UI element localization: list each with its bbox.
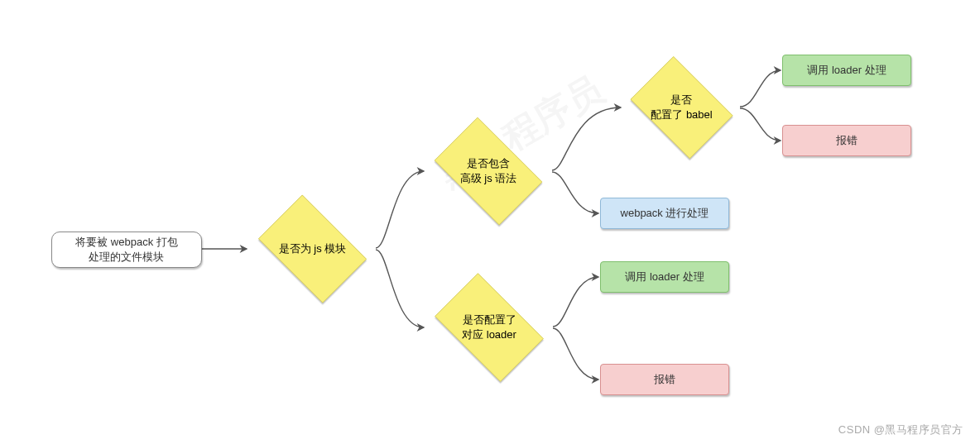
result-loader-top-label: 调用 loader 处理	[807, 63, 886, 78]
decision-js-module: 是否为 js 模块	[248, 205, 377, 293]
decision-advanced-js: 是否包含 高级 js 语法	[424, 128, 553, 214]
result-loader-bottom-label: 调用 loader 处理	[625, 270, 704, 284]
result-loader-bottom: 调用 loader 处理	[600, 261, 729, 293]
decision-loader: 是否配置了 对应 loader	[424, 284, 555, 370]
decision-js-module-label: 是否为 js 模块	[248, 205, 377, 293]
decision-babel: 是否 配置了 babel	[622, 64, 741, 150]
result-webpack-label: webpack 进行处理	[621, 206, 709, 221]
result-error-bottom: 报错	[600, 364, 729, 395]
result-error-top: 报错	[782, 125, 911, 156]
result-loader-top: 调用 loader 处理	[782, 55, 911, 86]
decision-loader-label: 是否配置了 对应 loader	[424, 284, 555, 370]
result-error-top-label: 报错	[836, 133, 858, 148]
decision-babel-label: 是否 配置了 babel	[622, 64, 741, 150]
result-webpack: webpack 进行处理	[600, 198, 729, 229]
watermark-footer: CSDN @黑马程序员官方	[838, 423, 963, 437]
start-node-label: 将要被 webpack 打包 处理的文件模块	[75, 235, 178, 265]
start-node: 将要被 webpack 打包 处理的文件模块	[51, 232, 202, 268]
decision-advanced-js-label: 是否包含 高级 js 语法	[424, 128, 553, 214]
result-error-bottom-label: 报错	[654, 372, 675, 387]
